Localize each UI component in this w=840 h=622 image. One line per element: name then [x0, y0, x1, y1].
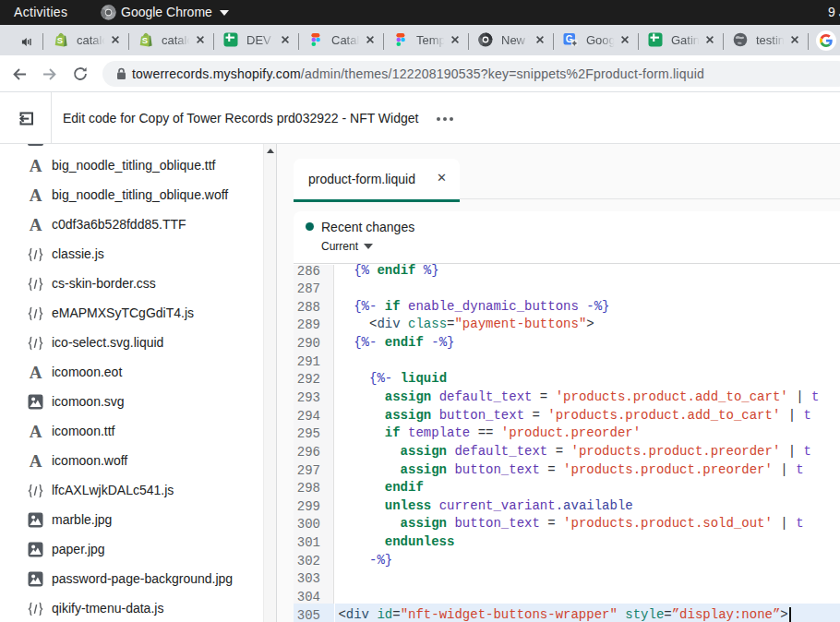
- svg-text:S: S: [142, 35, 148, 45]
- svg-text:S: S: [57, 35, 63, 45]
